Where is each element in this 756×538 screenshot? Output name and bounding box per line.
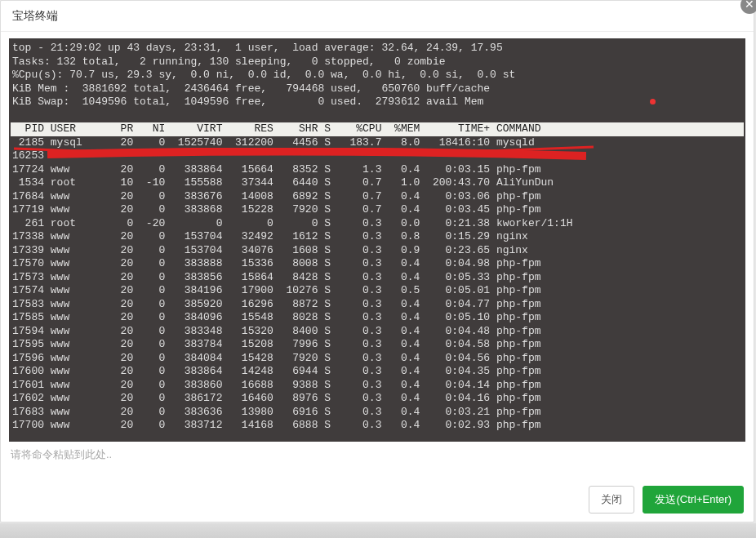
process-row: 261 root 0 -20 0 0 0 S 0.3 0.0 0:21.38 k… [11,217,744,231]
process-row: 17596 www 20 0 384084 15428 7920 S 0.3 0… [11,352,744,366]
process-row: 17601 www 20 0 383860 16688 9388 S 0.3 0… [11,379,744,393]
modal-footer: 关闭 发送(Ctrl+Enter) [584,486,744,514]
summary-line: KiB Mem : 3881692 total, 2436464 free, 7… [11,82,744,96]
process-row: 17585 www 20 0 384096 15548 8028 S 0.3 0… [11,311,744,325]
process-row: 17573 www 20 0 383856 15864 8428 S 0.3 0… [11,271,744,285]
process-row: 17583 www 20 0 385920 16296 8872 S 0.3 0… [11,298,744,312]
command-input-area [1,442,754,460]
background-shadow [0,523,756,538]
process-row: 17724 www 20 0 383864 15664 8352 S 1.3 0… [11,163,744,177]
process-row: 2185 mysql 20 0 1525740 312200 4456 S 18… [11,136,744,150]
send-button[interactable]: 发送(Ctrl+Enter) [643,486,744,514]
annotation-dot [650,99,656,104]
process-row: 17719 www 20 0 383868 15228 7920 S 0.7 0… [11,203,744,217]
process-header: PID USER PR NI VIRT RES SHR S %CPU %MEM … [11,122,744,136]
red-strike [47,148,586,161]
terminal-modal: ✕ 宝塔终端 top - 21:29:02 up 43 days, 23:31,… [0,0,754,522]
process-row: 1534 root 10 -10 155588 37344 6440 S 0.7… [11,176,744,190]
process-row: 17594 www 20 0 383348 15320 8400 S 0.3 0… [11,325,744,339]
process-row: 17684 www 20 0 383676 14008 6892 S 0.7 0… [11,190,744,204]
blank-line [11,109,744,123]
process-row: 17574 www 20 0 384196 17900 10276 S 0.3 … [11,284,744,298]
process-row: 17570 www 20 0 383888 15336 8008 S 0.3 0… [11,257,744,271]
process-row: 17600 www 20 0 383864 14248 6944 S 0.3 0… [11,365,744,379]
process-row: 17338 www 20 0 153704 32492 1612 S 0.3 0… [11,230,744,244]
process-row: 17339 www 20 0 153704 34076 1608 S 0.3 0… [11,244,744,258]
command-input[interactable] [11,448,744,460]
summary-line: KiB Swap: 1049596 total, 1049596 free, 0… [11,96,744,109]
process-row: 17683 www 20 0 383636 13980 6916 S 0.3 0… [11,406,744,420]
summary-line: top - 21:29:02 up 43 days, 23:31, 1 user… [11,42,744,56]
close-button[interactable]: 关闭 [589,486,634,514]
process-row: 17602 www 20 0 386172 16460 8976 S 0.3 0… [11,392,744,406]
summary-line: %Cpu(s): 70.7 us, 29.3 sy, 0.0 ni, 0.0 i… [11,69,744,82]
process-row: 17700 www 20 0 383712 14168 6888 S 0.3 0… [11,419,744,433]
process-row: 17595 www 20 0 383784 15208 7996 S 0.3 0… [11,338,744,352]
modal-title: 宝塔终端 [1,1,754,32]
terminal-output[interactable]: top - 21:29:02 up 43 days, 23:31, 1 user… [9,38,745,442]
process-row: 16253 [11,149,744,163]
summary-line: Tasks: 132 total, 2 running, 130 sleepin… [11,56,744,69]
